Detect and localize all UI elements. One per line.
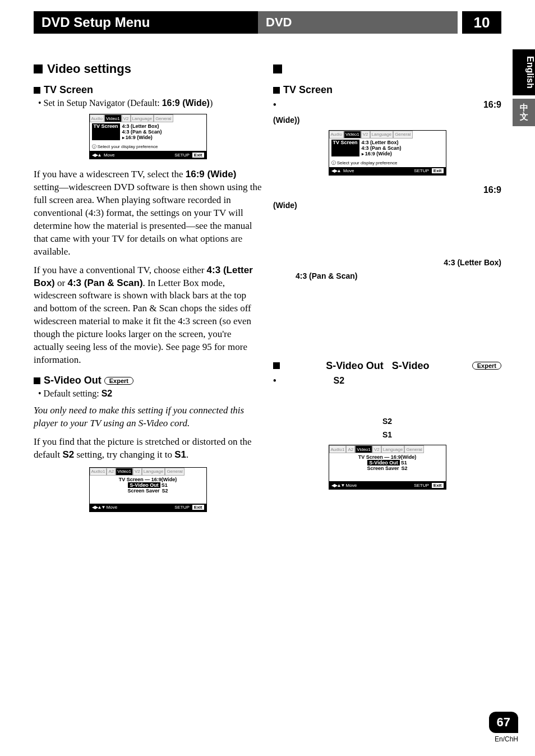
osd-row-label: Screen Saver	[127, 488, 159, 494]
svideo-default-line: • Default setting: S2	[34, 389, 262, 399]
expert-pill: Expert	[104, 377, 133, 385]
row-s2-bullet: • S2	[273, 375, 501, 387]
osd-tab: V2	[372, 445, 381, 453]
side-tab-chinese: 中 文	[513, 99, 535, 126]
osd-tab: V2	[122, 114, 131, 122]
osd-row-label: TV Screen	[358, 454, 383, 460]
header-bar: DVD Setup Menu DVD 10	[34, 11, 501, 34]
text: • Set in Setup Navigator (Default:	[38, 98, 162, 108]
osd-tab-active: Video1	[355, 445, 372, 453]
osd-tab: Language	[131, 114, 154, 122]
value: (Wide)	[273, 201, 297, 210]
left-column: Video settings TV Screen • Set in Setup …	[34, 56, 262, 521]
section-marker-right	[273, 62, 501, 76]
osd-tab: Audio	[90, 114, 104, 122]
osd-row-label: Screen Saver	[367, 465, 399, 471]
page-language-code: En/ChH	[495, 735, 518, 743]
osd-row-val-selected: S2	[162, 488, 168, 494]
osd-svideo: Audio1 A2 Video1 V2 Language General TV …	[89, 467, 207, 512]
osd-row-val: S1	[162, 482, 168, 488]
sub-title: S-Video Out S-Video	[326, 360, 429, 372]
nav-glyphs: ◀▶▲▼	[92, 505, 105, 510]
default-value: 16:9 (Wide)	[162, 98, 210, 108]
value: 16:9	[483, 185, 501, 196]
osd-tab: Audio1	[90, 468, 107, 476]
side-tab-english: English	[513, 49, 535, 95]
setup-label: SETUP	[412, 168, 431, 173]
osd-opt: 4:3 (Letter Box)	[361, 140, 403, 145]
osd-info: Select your display preference	[92, 144, 204, 150]
bullet: •	[273, 99, 276, 111]
osd-tvscreen-basic: Audio Video1 V2 Language General TV Scre…	[89, 114, 207, 159]
setup-label: SETUP	[173, 153, 191, 158]
osd-tab: Audio1	[329, 445, 347, 453]
osd-row-label: TV Screen	[92, 123, 120, 140]
osd-tab: General	[404, 445, 423, 453]
value: S2	[382, 417, 392, 426]
value: (Wide))	[273, 116, 299, 125]
value: S1	[382, 430, 392, 439]
osd-tab: General	[154, 114, 173, 122]
osd-tab-active: Video1	[344, 131, 361, 139]
page-footer: 67 En/ChH	[489, 712, 518, 745]
osd-row-val: — 16:9(Wide)	[145, 477, 177, 482]
text: )	[210, 98, 213, 108]
osd-tab-active: Video1	[116, 468, 133, 476]
default-value: S2	[102, 389, 113, 398]
osd-opt-selected: 16:9 (Wide)	[121, 135, 163, 140]
expert-pill: Expert	[472, 362, 501, 370]
text: setting, try changing it to	[74, 449, 174, 460]
osd-tab: A2	[107, 468, 116, 476]
header-title-left: DVD Setup Menu	[34, 11, 258, 34]
move-label: Move	[104, 153, 115, 158]
strong: 4:3 (Pan & Scan)	[67, 278, 142, 288]
osd-svideo-r: Audio1 A2 Video1 V2 Language General TV …	[329, 445, 446, 490]
value: 4:3 (Pan & Scan)	[296, 271, 357, 280]
subsection-tv-screen-r: TV Screen	[273, 84, 501, 96]
value: S2	[334, 375, 345, 387]
subsection-tv-screen: TV Screen	[34, 84, 262, 96]
text: setting—widescreen DVD software is then …	[34, 182, 262, 257]
osd-tvscreen-basic-r: Audio Video1 V2 Language General TV Scre…	[329, 130, 446, 176]
text: . In Letter Box mode, widescreen softwar…	[34, 278, 251, 366]
sub-title: TV Screen	[44, 84, 93, 96]
para-conventional: If you have a conventional TV, choose ei…	[34, 264, 262, 367]
para-widescreen: If you have a widescreen TV, select the …	[34, 168, 262, 259]
nav-glyphs: ◀▶▲▼	[331, 483, 345, 488]
value: 4:3 (Letter Box)	[444, 258, 501, 267]
bullet: •	[273, 375, 276, 387]
value: 16:9	[483, 99, 501, 111]
right-column: TV Screen • 16:9 (Wide)) Audio Video1 V2…	[273, 56, 501, 521]
page-number: 67	[489, 712, 518, 733]
osd-opt: 4:3 (Pan & Scan)	[121, 129, 163, 135]
nav-glyphs: ◀▶▲	[92, 153, 102, 158]
osd-opt: 4:3 (Pan & Scan)	[361, 145, 403, 151]
svideo-note: You only need to make this setting if yo…	[34, 404, 262, 430]
header-chapter-num: 10	[462, 11, 501, 34]
italic-note: You only need to make this setting if yo…	[34, 405, 244, 428]
text: • Default setting:	[38, 389, 102, 398]
exit-label: Exit	[192, 505, 204, 510]
text: If you have a widescreen TV, select the	[34, 169, 186, 179]
strong: S2	[62, 449, 74, 460]
osd-tab: V2	[133, 468, 142, 476]
text: .	[186, 449, 188, 460]
move-label: Move	[343, 168, 354, 173]
row-169: • 16:9	[273, 99, 501, 111]
osd-tabs: Audio1 A2 Video1 V2 Language General	[90, 468, 206, 476]
osd-tab: Language	[381, 445, 405, 453]
subsection-svideo-r: S-Video Out S-Video Expert	[273, 360, 501, 372]
nav-glyphs: ◀▶▲	[331, 168, 341, 173]
side-language-tabs: English 中 文	[513, 49, 535, 130]
osd-tab: V2	[361, 131, 370, 139]
move-label: Move	[346, 483, 357, 488]
osd-tab: Language	[142, 468, 165, 476]
osd-opt: 4:3 (Letter Box)	[121, 123, 163, 129]
setup-label: SETUP	[173, 505, 191, 510]
osd-tab: General	[393, 131, 412, 139]
exit-label: Exit	[432, 483, 444, 488]
osd-tab: General	[165, 468, 184, 476]
osd-opt-selected: 16:9 (Wide)	[361, 151, 403, 156]
strong: 16:9 (Wide)	[186, 169, 237, 179]
osd-row-label: S-Video Out	[128, 482, 160, 488]
